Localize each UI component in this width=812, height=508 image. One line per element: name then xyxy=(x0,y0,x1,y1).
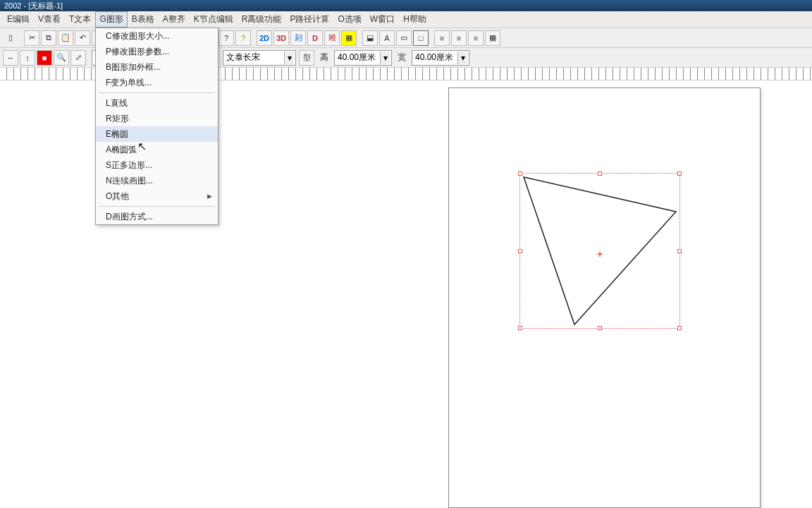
handle-tr[interactable] xyxy=(677,171,682,176)
2d-button[interactable]: 2D xyxy=(257,30,272,46)
mi-params[interactable]: P修改图形参数... xyxy=(96,44,218,59)
mi-arc[interactable]: A椭圆弧 xyxy=(96,142,218,157)
align-box-icon[interactable]: □ xyxy=(413,30,429,46)
ke-button[interactable]: 刻 xyxy=(290,30,306,46)
arrow-y-icon[interactable]: ↕ xyxy=(20,50,35,66)
grid-icon[interactable]: ▦ xyxy=(341,30,357,46)
menu-opt[interactable]: O选项 xyxy=(333,11,365,28)
menu-node[interactable]: K节点编辑 xyxy=(190,11,238,28)
mi-polygon[interactable]: S正多边形... xyxy=(96,157,218,173)
handle-bc[interactable] xyxy=(598,326,602,330)
center-mark-icon: + xyxy=(597,248,603,260)
width-combo[interactable]: 40.00厘米 ▾ xyxy=(412,50,469,66)
mi-ellipse[interactable]: E椭圆 xyxy=(96,126,218,142)
paste-icon[interactable]: 📋 xyxy=(58,30,73,46)
menu-separator xyxy=(99,206,215,207)
mi-outline[interactable]: B图形加外框... xyxy=(96,59,218,75)
justify-l-icon[interactable]: ≡ xyxy=(434,30,450,46)
diao-button[interactable]: 雕 xyxy=(324,30,340,46)
handle-tl[interactable] xyxy=(518,171,522,176)
menu-table[interactable]: B表格 xyxy=(128,11,159,28)
dropdown-graph: C修改图形大小... P修改图形参数... B图形加外框... F变为单线...… xyxy=(95,28,219,225)
menu-text[interactable]: T文本 xyxy=(65,11,95,28)
chevron-down-icon[interactable]: ▾ xyxy=(457,52,467,64)
mi-mode[interactable]: D画图方式... xyxy=(96,209,218,224)
font-combo[interactable]: 文泰长宋 ▾ xyxy=(223,50,296,66)
menu-graph[interactable]: G图形 xyxy=(95,11,127,28)
help-icon[interactable]: ? xyxy=(219,30,234,46)
handle-tc[interactable] xyxy=(598,171,602,176)
arrow-x-icon[interactable]: ↔ xyxy=(3,50,18,66)
copy-icon[interactable]: ⧉ xyxy=(41,30,56,46)
handle-ml[interactable] xyxy=(518,249,522,253)
3d-button[interactable]: 3D xyxy=(273,30,289,46)
bulb-icon[interactable]: ? xyxy=(235,30,251,46)
color-red-icon[interactable]: ■ xyxy=(37,50,52,66)
handle-br[interactable] xyxy=(677,326,682,330)
mi-other[interactable]: O其他 xyxy=(96,188,218,204)
align-c-icon[interactable]: A xyxy=(379,30,395,46)
mi-line[interactable]: L直线 xyxy=(96,95,218,111)
mi-rect[interactable]: R矩形 xyxy=(96,111,218,126)
d-button[interactable]: D xyxy=(307,30,323,46)
height-label: 高 xyxy=(317,52,331,64)
menu-edit[interactable]: E编辑 xyxy=(3,11,34,28)
width-value: 40.00厘米 xyxy=(415,52,453,64)
width-label: 宽 xyxy=(395,52,409,64)
menu-separator xyxy=(99,92,215,93)
type-button[interactable]: 型 xyxy=(299,50,314,66)
mi-resize[interactable]: C修改图形大小... xyxy=(96,28,218,44)
menu-view[interactable]: V查看 xyxy=(34,11,65,28)
font-combo-value: 文泰长宋 xyxy=(226,52,260,64)
blank-left-icon[interactable]: ▯ xyxy=(3,30,18,46)
undo-icon[interactable]: ↶ xyxy=(75,30,90,46)
height-combo[interactable]: 40.00厘米 ▾ xyxy=(334,50,392,66)
mi-singleline[interactable]: F变为单线... xyxy=(96,75,218,90)
menu-path[interactable]: P路径计算 xyxy=(285,11,333,28)
height-value: 40.00厘米 xyxy=(338,52,376,64)
menu-win[interactable]: W窗口 xyxy=(366,11,399,28)
handle-mr[interactable] xyxy=(677,249,682,253)
align-l-icon[interactable]: ⬓ xyxy=(362,30,378,46)
menubar[interactable]: E编辑 V查看 T文本 G图形 B表格 A整齐 K节点编辑 R高级功能 P路径计… xyxy=(0,11,812,28)
justify-c-icon[interactable]: ≡ xyxy=(451,30,467,46)
menu-help[interactable]: H帮助 xyxy=(399,11,431,28)
chevron-down-icon[interactable]: ▾ xyxy=(380,52,390,64)
zoom-in-icon[interactable]: 🔍 xyxy=(54,50,69,66)
title-text: 2002 - [无标题-1] xyxy=(4,1,63,10)
handle-bl[interactable] xyxy=(518,326,522,330)
chevron-down-icon[interactable]: ▾ xyxy=(284,52,294,64)
justify-f-icon[interactable]: ▦ xyxy=(485,30,500,46)
titlebar: 2002 - [无标题-1] xyxy=(0,0,812,11)
align-r-icon[interactable]: ▭ xyxy=(396,30,412,46)
justify-r-icon[interactable]: ≡ xyxy=(468,30,484,46)
zoom-fit-icon[interactable]: ⤢ xyxy=(70,50,86,66)
mi-cont[interactable]: N连续画图... xyxy=(96,173,218,188)
cut-icon[interactable]: ✂ xyxy=(24,30,39,46)
menu-align[interactable]: A整齐 xyxy=(159,11,190,28)
menu-adv[interactable]: R高级功能 xyxy=(238,11,286,28)
